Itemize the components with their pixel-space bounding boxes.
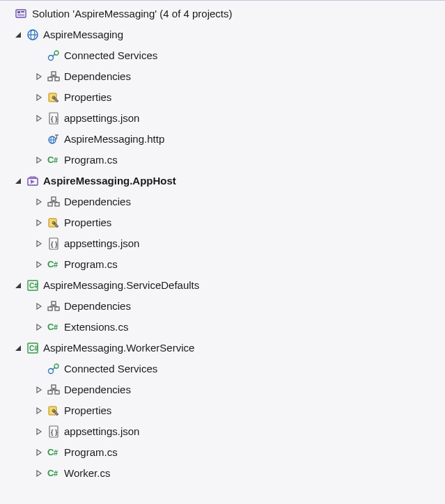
project-item-node[interactable]: Properties — [0, 212, 445, 233]
project-item-node[interactable]: Properties — [0, 87, 445, 108]
project-node[interactable]: AspireMessaging.WorkerService — [0, 338, 445, 359]
expander-closed-icon[interactable] — [33, 196, 45, 207]
svg-marker-10 — [15, 283, 21, 288]
svg-marker-2 — [37, 95, 41, 100]
solution-icon — [15, 8, 28, 20]
expander-closed-icon[interactable] — [33, 217, 45, 228]
svg-marker-15 — [37, 408, 41, 414]
json-file-icon — [47, 237, 60, 250]
tree-item-label: Dependencies — [64, 296, 131, 317]
expander-closed-icon[interactable] — [33, 155, 45, 166]
project-item-node[interactable]: appsettings.json — [0, 108, 445, 129]
tree-item-label: AspireMessaging.ServiceDefaults — [43, 275, 199, 296]
svg-marker-13 — [15, 345, 21, 351]
tree-item-label: Worker.cs — [64, 463, 110, 484]
connected-services-icon — [47, 363, 60, 375]
tree-item-label: Dependencies — [64, 191, 131, 212]
expander-closed-icon[interactable] — [33, 468, 45, 479]
expander-closed-icon[interactable] — [33, 405, 45, 416]
project-item-node[interactable]: Properties — [0, 400, 445, 421]
solution-explorer-tree[interactable]: Solution 'AspireMessaging' (4 of 4 proje… — [0, 3, 445, 484]
expander-closed-icon[interactable] — [33, 71, 45, 82]
tree-item-label: Program.cs — [64, 442, 118, 463]
json-file-icon — [47, 112, 60, 125]
connected-services-icon — [47, 49, 60, 62]
project-item-node[interactable]: Worker.cs — [0, 463, 445, 484]
project-node[interactable]: AspireMessaging.ServiceDefaults — [0, 275, 445, 296]
svg-marker-17 — [37, 450, 41, 455]
tree-item-label: Dependencies — [64, 379, 131, 400]
http-file-icon — [47, 133, 60, 145]
tree-item-label: Connected Services — [64, 359, 157, 379]
tree-item-label: AspireMessaging.http — [64, 129, 164, 150]
cs-file-icon — [47, 446, 60, 459]
dependencies-icon — [47, 70, 60, 83]
svg-marker-16 — [37, 429, 41, 434]
project-node[interactable]: AspireMessaging.AppHost — [0, 171, 445, 191]
apphost-project-icon — [26, 175, 39, 187]
tree-item-label: Dependencies — [64, 66, 131, 87]
dependencies-icon — [47, 384, 60, 396]
project-item-node[interactable]: Connected Services — [0, 45, 445, 66]
tree-item-label: Properties — [64, 212, 111, 233]
dependencies-icon — [47, 196, 60, 208]
expander-closed-icon[interactable] — [33, 322, 45, 333]
project-item-node[interactable]: appsettings.json — [0, 233, 445, 254]
expander-closed-icon[interactable] — [33, 259, 45, 270]
json-file-icon — [47, 425, 60, 438]
expander-closed-icon[interactable] — [33, 426, 45, 437]
svg-marker-1 — [37, 74, 41, 79]
svg-marker-4 — [37, 157, 41, 163]
web-project-icon — [26, 29, 39, 41]
tree-item-label: AspireMessaging.AppHost — [43, 171, 176, 191]
tree-item-label: Solution 'AspireMessaging' (4 of 4 proje… — [32, 3, 233, 24]
expander-closed-icon[interactable] — [33, 384, 45, 395]
cs-file-icon — [47, 154, 60, 166]
tree-item-label: AspireMessaging.WorkerService — [43, 338, 194, 359]
properties-icon — [47, 216, 60, 229]
expander-closed-icon[interactable] — [33, 92, 45, 103]
expander-closed-icon[interactable] — [33, 301, 45, 312]
expander-open-icon[interactable] — [13, 342, 24, 354]
tree-item-label: AspireMessaging — [43, 24, 123, 45]
expander-open-icon[interactable] — [13, 175, 24, 187]
cs-file-icon — [47, 258, 60, 271]
svg-marker-8 — [37, 241, 41, 246]
expander-closed-icon[interactable] — [33, 113, 45, 124]
project-item-node[interactable]: AspireMessaging.http — [0, 129, 445, 150]
svg-marker-0 — [15, 32, 21, 38]
svg-marker-6 — [37, 199, 41, 205]
properties-icon — [47, 404, 60, 417]
tree-item-label: Properties — [64, 400, 111, 421]
project-item-node[interactable]: Program.cs — [0, 254, 445, 275]
project-item-node[interactable]: Dependencies — [0, 379, 445, 400]
project-item-node[interactable]: Dependencies — [0, 191, 445, 212]
project-node[interactable]: AspireMessaging — [0, 24, 445, 45]
cs-file-icon — [47, 321, 60, 333]
cs-file-icon — [47, 467, 60, 480]
csharp-project-icon — [26, 342, 39, 354]
project-item-node[interactable]: Dependencies — [0, 66, 445, 87]
project-item-node[interactable]: Extensions.cs — [0, 317, 445, 338]
project-item-node[interactable]: Program.cs — [0, 442, 445, 463]
project-item-node[interactable]: Connected Services — [0, 359, 445, 379]
svg-marker-9 — [37, 262, 41, 267]
expander-open-icon[interactable] — [13, 29, 24, 40]
expander-closed-icon[interactable] — [33, 238, 45, 249]
dependencies-icon — [47, 300, 60, 313]
solution-node[interactable]: Solution 'AspireMessaging' (4 of 4 proje… — [0, 3, 445, 24]
svg-marker-14 — [37, 387, 41, 393]
project-item-node[interactable]: appsettings.json — [0, 421, 445, 442]
tree-item-label: Extensions.cs — [64, 317, 129, 338]
expander-open-icon[interactable] — [13, 280, 24, 291]
tree-item-label: Program.cs — [64, 150, 118, 171]
expander-closed-icon[interactable] — [33, 447, 45, 458]
tree-item-label: appsettings.json — [64, 233, 139, 254]
csharp-project-icon — [26, 279, 39, 292]
svg-marker-11 — [37, 304, 41, 309]
svg-marker-12 — [37, 324, 41, 330]
project-item-node[interactable]: Dependencies — [0, 296, 445, 317]
svg-marker-5 — [15, 178, 21, 184]
project-item-node[interactable]: Program.cs — [0, 150, 445, 171]
tree-item-label: Connected Services — [64, 45, 157, 66]
